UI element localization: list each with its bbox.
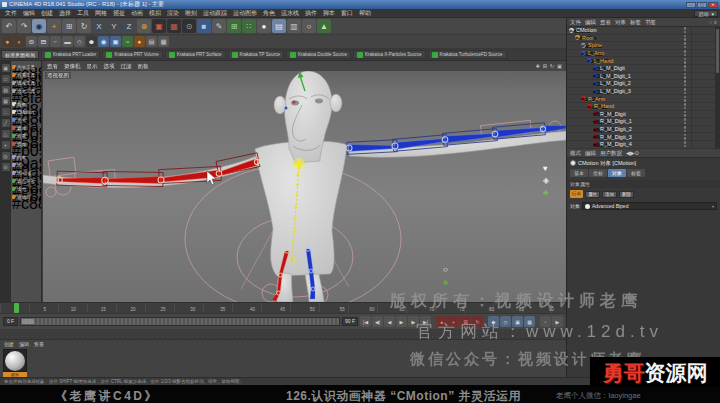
visibility-toggles[interactable]	[684, 80, 687, 86]
snap-icon[interactable]: ⊘	[2, 163, 10, 171]
walk-action-button[interactable]: 属性	[585, 191, 600, 198]
object-row-l-arm[interactable]: #3a57d8 L_Arm	[567, 50, 720, 58]
timeline-icon[interactable]: ▦	[158, 36, 169, 47]
material-ball-icon[interactable]: ●	[257, 19, 271, 33]
perspective-viewport[interactable]: 查看摄像机显示选项过滤面板 ✚⊞↻▣ 透视视图 ♥◈♣○♣	[43, 61, 566, 302]
scale-icon[interactable]: ⊞	[62, 19, 76, 33]
menu-item[interactable]: 捕捉	[110, 9, 128, 18]
object-row-r-hand[interactable]: #cc2222 R_Hand	[567, 103, 720, 111]
menu-item[interactable]: 雕刻	[182, 9, 200, 18]
palette-item[interactable]: #d8d8d8 角色	[11, 100, 41, 108]
plugin-button[interactable]: Krakatoa TurbulenceFD Source	[428, 50, 507, 59]
viewport-menu-item[interactable]: 查看	[47, 63, 58, 70]
workplane-icon[interactable]: ▦	[2, 97, 10, 105]
solo-toggle-button[interactable]: ▫	[540, 316, 551, 327]
object-row-l-hand[interactable]: #3a57d8 L_Hand	[567, 57, 720, 65]
character-icon[interactable]: ☻	[86, 36, 97, 47]
next-frame-button[interactable]: ▶	[408, 316, 419, 327]
parameter-record-button[interactable]: ▣	[512, 316, 523, 327]
visibility-toggles[interactable]	[684, 88, 687, 94]
material-menu-item[interactable]: 编辑	[19, 341, 29, 347]
motion-clip-icon[interactable]: ▤	[146, 36, 157, 47]
visibility-toggles[interactable]	[684, 73, 687, 79]
maximize-button[interactable]: ▢	[697, 2, 707, 8]
palette-item[interactable]: #c8873a 权重工具	[11, 71, 41, 79]
record-keyframe-button[interactable]: ●	[436, 316, 447, 327]
object-row-root[interactable]: #e8a33b Root	[567, 35, 720, 43]
live-selection-icon[interactable]: ◉	[32, 19, 46, 33]
palette-item[interactable]: #9a9ad0 IK-样条	[11, 169, 41, 177]
vamp-icon[interactable]: ◇	[74, 36, 85, 47]
object-row-r-digit-3[interactable]: #8a1520 R_M_Digit_3	[567, 133, 720, 141]
material-thumbnail[interactable]	[3, 349, 27, 372]
object-manager-scrollbar[interactable]	[715, 27, 720, 149]
attribute-manager-menu-item[interactable]: 模式	[570, 150, 581, 157]
menu-item[interactable]: 脚本	[320, 9, 338, 18]
object-manager-menu-item[interactable]: 标签	[630, 19, 641, 26]
walk-action-button[interactable]: 添加	[602, 191, 617, 198]
object-manager-menu-item[interactable]: 书签	[645, 19, 656, 26]
previous-key-button[interactable]: ◀|	[372, 316, 383, 327]
visibility-toggles[interactable]	[684, 58, 687, 64]
visibility-toggles[interactable]	[684, 141, 687, 147]
render-settings-icon[interactable]: ⊙	[182, 19, 196, 33]
pla-button[interactable]: ▦	[524, 316, 535, 327]
visibility-toggles[interactable]	[684, 134, 687, 140]
attribute-tab[interactable]: 对象	[608, 169, 626, 177]
search-icon[interactable]: ○	[709, 19, 712, 25]
pen-spline-icon[interactable]: ✎	[212, 19, 226, 33]
attribute-tab[interactable]: 坐标	[589, 169, 607, 177]
object-manager-menu-item[interactable]: 对象	[615, 19, 626, 26]
texture-mode-icon[interactable]: ▨	[2, 86, 10, 94]
plugin-button[interactable]: Krakatoa TP Source	[228, 50, 284, 59]
viewport-menu-item[interactable]: 显示	[87, 63, 98, 70]
object-row-spine[interactable]: #9aa7c0 Spine	[567, 42, 720, 50]
go-to-start-button[interactable]: |◀	[360, 316, 371, 327]
points-mode-icon[interactable]: ∴	[2, 108, 10, 116]
enable-axis-icon[interactable]: +	[2, 141, 10, 149]
palette-item[interactable]: #c8873a 驱动器	[11, 193, 41, 201]
menu-item[interactable]: 网格	[92, 9, 110, 18]
record-scale-button[interactable]: ⊞	[460, 316, 471, 327]
palette-item[interactable]: #d8d8d8 CMotion	[11, 108, 41, 116]
material-menu-item[interactable]: 创建	[4, 341, 14, 347]
palette-item[interactable]: #9a9ad0 约束	[11, 153, 41, 161]
mograph-clone-icon[interactable]: ∷	[242, 19, 256, 33]
close-button[interactable]: ✕	[708, 2, 718, 8]
rotate-view-icon[interactable]: ↻	[550, 63, 554, 69]
attribute-manager-menu-item[interactable]: 用户数据	[600, 150, 622, 157]
previous-frame-button[interactable]: ◀	[384, 316, 395, 327]
object-manager-menu-item[interactable]: 文件	[570, 19, 581, 26]
plugin-button[interactable]: Krakatoa PRT Volume	[102, 50, 162, 59]
cappuccino-icon[interactable]: ●	[134, 36, 145, 47]
menu-item[interactable]: 渲染	[164, 9, 182, 18]
viewport-solo-icon[interactable]: ◎	[2, 152, 10, 160]
visibility-toggles[interactable]	[684, 126, 687, 132]
menu-item[interactable]: 编辑	[20, 9, 38, 18]
start-frame-field[interactable]: 0 F	[3, 317, 18, 326]
filter-icon[interactable]: ≡	[714, 19, 717, 25]
walk-preset-chip[interactable]: 行走	[570, 190, 583, 198]
record-rotation-button[interactable]: ↻	[472, 316, 483, 327]
timeline-playhead[interactable]	[14, 303, 19, 313]
menu-item[interactable]: 动画	[128, 9, 146, 18]
pose-morph-icon[interactable]: ▣	[110, 36, 121, 47]
visibility-toggles[interactable]	[684, 35, 687, 41]
muscle-icon[interactable]: ≈	[122, 36, 133, 47]
palette-item[interactable]: #58a058 权重	[11, 132, 41, 140]
camera-icon[interactable]: ▥	[287, 19, 301, 33]
walk-action-button[interactable]: 删除	[619, 191, 634, 198]
layout-tab[interactable]: 标准界面布局	[1, 50, 39, 59]
object-row-l-digit-2[interactable]: #2b3fb0 L_M_Digit_2	[567, 80, 720, 88]
menu-item[interactable]: 角色	[260, 9, 278, 18]
menu-item[interactable]: 帮助	[356, 9, 374, 18]
minimize-button[interactable]: —	[686, 2, 696, 8]
render-preview-button[interactable]: ▶	[552, 316, 563, 327]
light-icon[interactable]: ○	[302, 19, 316, 33]
palette-item[interactable]: #b05858 蒙皮	[11, 124, 41, 132]
rotate-icon[interactable]: ↻	[77, 19, 91, 33]
menu-item[interactable]: 运动图形	[230, 9, 260, 18]
object-link-field[interactable]: Advanced Biped ▾	[582, 202, 717, 210]
object-row-r-digit-1[interactable]: #8a1520 R_M_Digit_1	[567, 118, 720, 126]
layout-dropdown[interactable]: 启动 ▾	[694, 10, 718, 17]
